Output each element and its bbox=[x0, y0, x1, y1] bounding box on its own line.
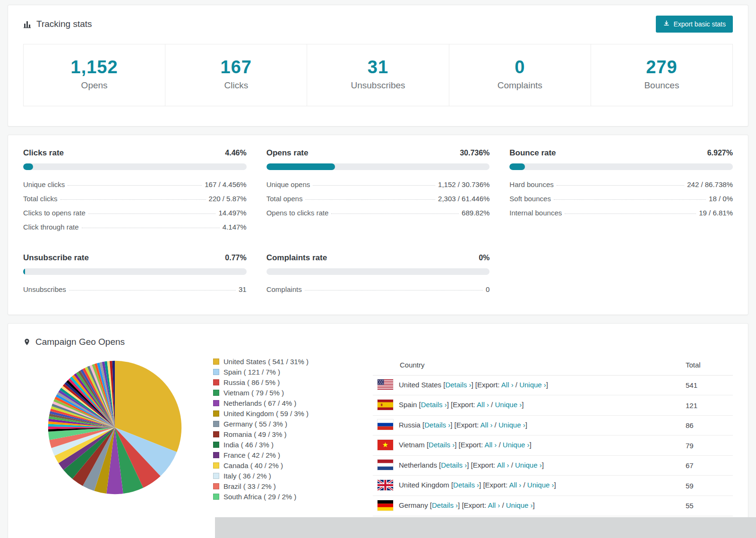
stat-line-label: Total clicks bbox=[23, 195, 58, 203]
legend-item-romania: Romania ( 49 / 3% ) bbox=[213, 429, 373, 440]
rate-title: Bounce rate bbox=[509, 148, 556, 158]
stat-label: Opens bbox=[24, 80, 165, 91]
stat-line-label: Soft bounces bbox=[509, 195, 551, 203]
stat-line-label: Unique clicks bbox=[23, 180, 65, 188]
country-name: United States bbox=[399, 381, 441, 389]
country-name: Russia bbox=[399, 421, 421, 429]
flag-nl-icon bbox=[378, 460, 393, 470]
export-all-link[interactable]: All › bbox=[509, 481, 521, 489]
legend-item-netherlands: Netherlands ( 67 / 4% ) bbox=[213, 398, 373, 409]
stat-line-complaints: Complaints 0 bbox=[266, 282, 490, 297]
geo-legend: United States ( 541 / 31% )Spain ( 121 /… bbox=[213, 357, 373, 516]
stat-line-value: 1,152 / 30.736% bbox=[438, 180, 490, 188]
legend-swatch bbox=[213, 410, 219, 417]
export-unique-link[interactable]: Unique › bbox=[515, 461, 542, 469]
export-unique-link[interactable]: Unique › bbox=[519, 381, 546, 389]
stat-line-unique-clicks: Unique clicks 167 / 4.456% bbox=[23, 178, 247, 192]
stat-line-label: Total opens bbox=[266, 195, 303, 203]
rate-value: 0% bbox=[479, 254, 490, 262]
country-total: 67 bbox=[681, 455, 733, 476]
rate-panel-header: Clicks rate 4.46% bbox=[23, 148, 247, 158]
export-icon bbox=[663, 20, 670, 28]
export-button-label: Export basic stats bbox=[674, 20, 726, 28]
bracket: ] bbox=[455, 441, 456, 449]
flag-es-icon bbox=[378, 400, 393, 410]
country-cell: Vietnam [Details ›] [Export: All › / Uni… bbox=[373, 436, 681, 456]
stat-line-value: 220 / 5.87% bbox=[209, 195, 247, 203]
legend-item-germany: Germany ( 55 / 3% ) bbox=[213, 419, 373, 429]
export-all-link[interactable]: All › bbox=[488, 501, 500, 509]
stat-line-total-opens: Total opens 2,303 / 61.446% bbox=[266, 192, 490, 206]
dotted-leader bbox=[305, 199, 435, 200]
stat-unsubscribes: 31Unsubscribes bbox=[307, 44, 449, 106]
export-unique-link[interactable]: Unique › bbox=[527, 481, 554, 489]
rate-panel-header: Complaints rate 0% bbox=[266, 253, 490, 263]
export-unique-link[interactable]: Unique › bbox=[498, 421, 525, 429]
legend-label: Canada ( 40 / 2% ) bbox=[223, 461, 283, 470]
details-link[interactable]: Details › bbox=[429, 441, 455, 449]
details-link[interactable]: Details › bbox=[445, 381, 471, 389]
export-unique-link[interactable]: Unique › bbox=[506, 501, 533, 509]
details-link[interactable]: Details › bbox=[453, 481, 479, 489]
slash: / bbox=[521, 481, 527, 489]
rate-title: Complaints rate bbox=[266, 253, 327, 263]
stat-line-label: Clicks to opens rate bbox=[23, 209, 86, 217]
export-all-link[interactable]: All › bbox=[485, 441, 497, 449]
legend-item-italy: Italy ( 36 / 2% ) bbox=[213, 471, 373, 481]
legend-swatch bbox=[213, 400, 219, 406]
page: Tracking stats Export basic stats 1,152O… bbox=[0, 0, 756, 538]
export-label: [Export: bbox=[462, 501, 486, 509]
export-label: [Export: bbox=[475, 381, 500, 389]
export-basic-stats-button[interactable]: Export basic stats bbox=[656, 16, 733, 33]
stat-value: 0 bbox=[449, 58, 591, 77]
details-link[interactable]: Details › bbox=[432, 501, 458, 509]
export-all-link[interactable]: All › bbox=[481, 421, 493, 429]
map-pin-icon bbox=[23, 337, 31, 347]
details-link[interactable]: Details › bbox=[441, 461, 467, 469]
geo-opens-card: Campaign Geo Opens United States ( 541 /… bbox=[8, 323, 748, 538]
dotted-leader bbox=[60, 199, 206, 200]
legend-label: United Kingdom ( 59 / 3% ) bbox=[223, 410, 309, 418]
bracket: ] bbox=[450, 421, 452, 429]
rate-value: 30.736% bbox=[460, 149, 490, 157]
export-all-link[interactable]: All › bbox=[477, 401, 489, 409]
legend-label: Spain ( 121 / 7% ) bbox=[223, 368, 280, 376]
legend-label: South Africa ( 29 / 2% ) bbox=[223, 493, 296, 501]
dotted-leader bbox=[557, 185, 685, 186]
legend-swatch bbox=[213, 483, 219, 489]
legend-swatch bbox=[213, 452, 219, 458]
dotted-leader bbox=[554, 199, 706, 200]
bottom-gray-strip bbox=[215, 517, 756, 538]
stat-clicks: 167Clicks bbox=[165, 44, 307, 106]
country-name: Spain bbox=[399, 401, 417, 409]
dotted-leader bbox=[82, 228, 220, 228]
details-link[interactable]: Details › bbox=[424, 421, 450, 429]
stat-value: 31 bbox=[307, 58, 448, 77]
country-cell: Russia [Details ›] [Export: All › / Uniq… bbox=[373, 415, 681, 436]
stat-line-value: 0 bbox=[486, 285, 490, 293]
export-label: [Export: bbox=[451, 401, 475, 409]
legend-item-united-states: United States ( 541 / 31% ) bbox=[213, 357, 373, 367]
stat-bounces: 279Bounces bbox=[591, 44, 732, 106]
tracking-stats-header: Tracking stats Export basic stats bbox=[23, 16, 733, 33]
stat-line-value: 689.82% bbox=[462, 209, 490, 217]
legend-swatch bbox=[213, 462, 219, 469]
slash: / bbox=[500, 501, 506, 509]
country-total: 79 bbox=[681, 436, 733, 456]
rates-card: Clicks rate 4.46% Unique clicks 167 / 4.… bbox=[8, 135, 748, 315]
total-column-header: Total bbox=[681, 355, 733, 376]
export-unique-link[interactable]: Unique › bbox=[495, 401, 522, 409]
legend-label: Brazil ( 33 / 2% ) bbox=[223, 482, 276, 490]
stat-line-value: 4.147% bbox=[223, 223, 247, 231]
stat-line-clicks-to-opens-rate: Clicks to opens rate 14.497% bbox=[23, 206, 247, 220]
flag-vn-icon bbox=[378, 440, 393, 450]
export-all-link[interactable]: All › bbox=[497, 461, 509, 469]
rates-grid: Clicks rate 4.46% Unique clicks 167 / 4.… bbox=[23, 148, 733, 297]
geo-opens-title: Campaign Geo Opens bbox=[23, 337, 733, 347]
legend-swatch bbox=[213, 473, 219, 479]
export-unique-link[interactable]: Unique › bbox=[503, 441, 530, 449]
export-all-link[interactable]: All › bbox=[501, 381, 514, 389]
country-cell: United States [Details ›] [Export: All ›… bbox=[373, 375, 681, 395]
bracket: ] bbox=[458, 501, 460, 509]
details-link[interactable]: Details › bbox=[421, 401, 447, 409]
